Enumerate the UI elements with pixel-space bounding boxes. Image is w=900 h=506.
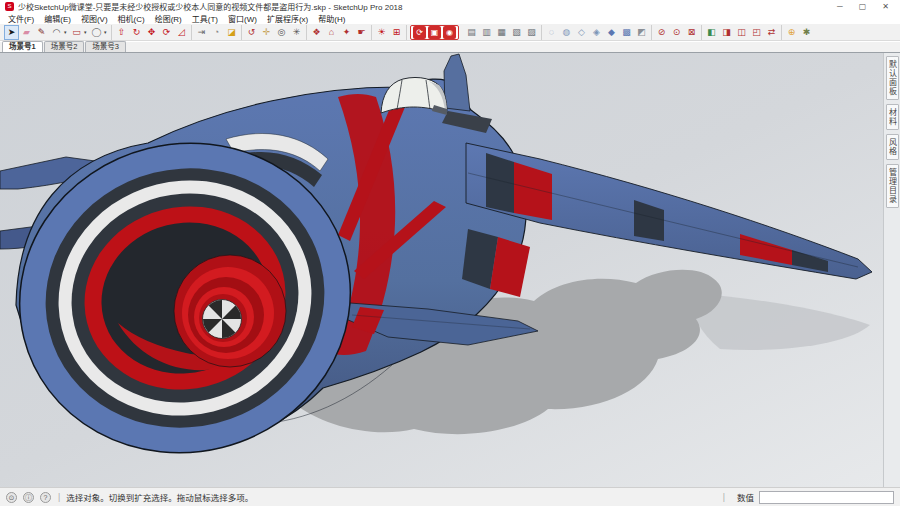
monochrome-style-button-icon[interactable]: ◩ [634, 25, 649, 40]
minimize-button[interactable]: ─ [837, 1, 843, 12]
tray-tab-1[interactable]: 默认面板 [886, 56, 899, 100]
wireframe-style-button-icon[interactable]: ◇ [574, 25, 589, 40]
tray-rail: 默认面板材料风格管理目录 [883, 53, 900, 487]
plugin-refresh-tool-icon[interactable]: ⟳ [413, 26, 426, 39]
tape-measure-tool-icon[interactable]: ⇥ [194, 25, 209, 40]
back-edges-style-button-icon[interactable]: ◍ [559, 25, 574, 40]
visibility-tools: ⊘⊙⊠ [652, 25, 702, 40]
maximize-button[interactable]: ▢ [859, 1, 867, 12]
component-tools: ❖⌂✦☛ [307, 25, 372, 40]
front-view-button-icon[interactable]: ▦ [494, 25, 509, 40]
back-view-button-icon[interactable]: ▨ [524, 25, 539, 40]
tray-tab-4[interactable]: 管理目录 [886, 164, 899, 208]
top-view-button-icon[interactable]: ▥ [479, 25, 494, 40]
menu-camera[interactable]: 相机(C) [113, 13, 150, 24]
geolocation-icon[interactable]: ⊙ [6, 492, 17, 503]
standard-views: ▤▥▦▧▨ [462, 25, 542, 40]
construction-tools: ⇥◔◪ [192, 25, 242, 40]
spinner-hub[interactable] [203, 300, 242, 339]
circle-tool-dropdown-caret-icon[interactable]: ▾ [104, 25, 109, 40]
shadow-tools: ☀⊞ [372, 25, 407, 40]
textured-style-button-icon[interactable]: ▩ [619, 25, 634, 40]
protractor-tool-icon[interactable]: ◔ [209, 25, 224, 40]
status-hint-text: 选择对象。切换到扩充选择。拖动鼠标选择多项。 [66, 491, 722, 503]
hide-tool-icon[interactable]: ⊘ [654, 25, 669, 40]
window-controls: ─▢✕ [837, 1, 889, 12]
measurements-input[interactable] [759, 491, 894, 504]
section-tools: ◧◨◫◰⇄ [702, 25, 782, 40]
statusbar-separator: | [58, 492, 60, 502]
menubar: 文件(F)编辑(E)视图(V)相机(C)绘图(R)工具(T)窗口(W)扩展程序(… [0, 13, 900, 24]
fog-toggle-icon[interactable]: ⊞ [389, 25, 404, 40]
scene-tabs-bar: 场景号1场景号2场景号3 [0, 42, 900, 53]
tail-fin[interactable] [444, 54, 470, 111]
tray-tab-2[interactable]: 材料 [886, 104, 899, 130]
section-fill-button-icon[interactable]: ◰ [749, 25, 764, 40]
rotate-tool-icon[interactable]: ⟳ [159, 25, 174, 40]
arc-tool-icon[interactable]: ◠ [49, 25, 64, 40]
sketchup-logo-icon: S [5, 2, 14, 11]
toolbar: ➤▰✎◠▾▭▾◯▾⇧↻✥⟳◿⇥◔◪↺✛◎✳❖⌂✦☛☀⊞⟳▣◉▤▥▦▧▨◌◍◇◈◆… [0, 24, 900, 41]
unhide-tool-icon[interactable]: ⊙ [669, 25, 684, 40]
interact-tool-icon[interactable]: ☛ [354, 25, 369, 40]
help-icon[interactable]: ? [40, 492, 51, 503]
extension-warehouse-tool-icon[interactable]: ✦ [339, 25, 354, 40]
make-component-tool-icon[interactable]: ❖ [309, 25, 324, 40]
menu-extensions[interactable]: 扩展程序(x) [262, 13, 313, 24]
scale-tool-icon[interactable]: ◿ [174, 25, 189, 40]
add-location-button-icon[interactable]: ⊕ [784, 25, 799, 40]
menu-tools[interactable]: 工具(T) [187, 13, 223, 24]
principal-tools: ➤▰✎◠▾▭▾◯▾ [2, 25, 112, 40]
extension-manager-button-icon[interactable]: ✱ [799, 25, 814, 40]
plugin-folder-tool-icon[interactable]: ▣ [428, 26, 441, 39]
pan-tool-icon[interactable]: ✛ [259, 25, 274, 40]
menu-edit[interactable]: 编辑(E) [39, 13, 76, 24]
push-pull-tool-icon[interactable]: ⇧ [114, 25, 129, 40]
face-styles: ◌◍◇◈◆▩◩ [542, 25, 652, 40]
eraser-tool-icon[interactable]: ▰ [19, 25, 34, 40]
right-view-button-icon[interactable]: ▧ [509, 25, 524, 40]
circle-tool-icon[interactable]: ◯ [89, 25, 104, 40]
tray-tab-3[interactable]: 风格 [886, 134, 899, 160]
measurements-separator: | [723, 492, 725, 502]
title-bar: S 少校SketchUp微课堂-只要是未经少校授权或少校本人同意的视频文件都是盗… [0, 0, 900, 13]
menu-view[interactable]: 视图(V) [76, 13, 113, 24]
display-section-planes-button-icon[interactable]: ◨ [719, 25, 734, 40]
follow-me-tool-icon[interactable]: ↻ [129, 25, 144, 40]
window-title: 少校SketchUp微课堂-只要是未经少校授权或少校本人同意的视频文件都是盗用行… [18, 1, 837, 12]
section-plane-tool-icon[interactable]: ◧ [704, 25, 719, 40]
orbit-tool-icon[interactable]: ↺ [244, 25, 259, 40]
shapes-tool-icon[interactable]: ▭ [69, 25, 84, 40]
move-tool-icon[interactable]: ✥ [144, 25, 159, 40]
menu-help[interactable]: 帮助(H) [313, 13, 350, 24]
reverse-section-button-icon[interactable]: ⇄ [764, 25, 779, 40]
menu-draw[interactable]: 绘图(R) [150, 13, 187, 24]
select-tool-icon[interactable]: ➤ [4, 25, 19, 40]
x-ray-style-button-icon[interactable]: ◌ [544, 25, 559, 40]
menu-window[interactable]: 窗口(W) [223, 13, 262, 24]
shadows-toggle-icon[interactable]: ☀ [374, 25, 389, 40]
plugin-camera-tool-icon[interactable]: ◉ [443, 26, 456, 39]
scene-tab-1[interactable]: 场景号1 [2, 41, 43, 52]
misc-tools: ⊕✱ [782, 25, 816, 40]
statusbar-icons: ⊙ⓘ? [6, 492, 57, 503]
3d-warehouse-tool-icon[interactable]: ⌂ [324, 25, 339, 40]
plugin-tools: ⟳▣◉ [410, 25, 459, 40]
menu-file[interactable]: 文件(F) [3, 13, 39, 24]
zoom-tool-icon[interactable]: ◎ [274, 25, 289, 40]
lock-tool-icon[interactable]: ⊠ [684, 25, 699, 40]
credits-icon[interactable]: ⓘ [23, 492, 34, 503]
camera-tools: ↺✛◎✳ [242, 25, 307, 40]
measurements-label: 数值 [737, 491, 754, 503]
display-section-cuts-button-icon[interactable]: ◫ [734, 25, 749, 40]
scene-tab-2[interactable]: 场景号2 [44, 41, 85, 52]
paint-bucket-tool-icon[interactable]: ◪ [224, 25, 239, 40]
hidden-line-style-button-icon[interactable]: ◈ [589, 25, 604, 40]
zoom-extents-tool-icon[interactable]: ✳ [289, 25, 304, 40]
scene-tab-3[interactable]: 场景号3 [85, 41, 126, 52]
close-button[interactable]: ✕ [882, 1, 889, 12]
shaded-style-button-icon[interactable]: ◆ [604, 25, 619, 40]
3d-viewport[interactable] [0, 53, 883, 487]
line-tool-icon[interactable]: ✎ [34, 25, 49, 40]
iso-view-button-icon[interactable]: ▤ [464, 25, 479, 40]
